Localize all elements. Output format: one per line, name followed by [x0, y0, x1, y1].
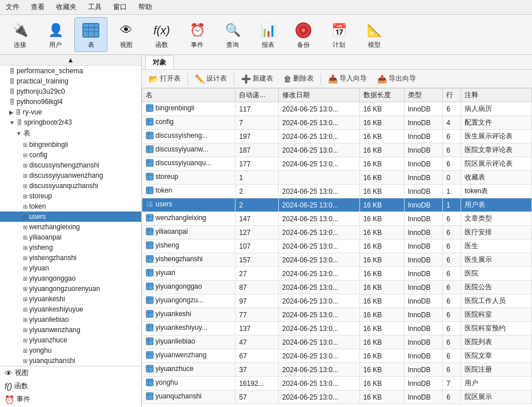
sidebar-item-practical-training[interactable]: 🗄 practical_training — [0, 76, 141, 86]
sidebar-item-config[interactable]: ⊞ config — [0, 150, 141, 160]
open-table-button[interactable]: 📂 打开表 — [144, 71, 185, 86]
table-row[interactable]: bingrenbingli 117 2024-06-25 13:0... 16 … — [142, 102, 532, 116]
table-row[interactable]: discussyiyuanw... 187 2024-06-25 13:0...… — [142, 143, 532, 157]
sidebar-item-pythonju3u29c0[interactable]: 🗄 pythonju3u29c0 — [0, 86, 141, 97]
import-button[interactable]: 📥 导入向导 — [323, 71, 371, 86]
sidebar-item-ry-vue[interactable]: ▶ 🗄 ry-vue — [0, 107, 141, 117]
cell-auto: 117 — [235, 102, 278, 116]
col-name[interactable]: 名 — [142, 89, 235, 102]
sidebar-item-discussyuanquzhanshi[interactable]: ⊞ discussyuanquzhanshi — [0, 181, 141, 191]
col-size[interactable]: 数据长度 — [359, 89, 404, 102]
sidebar-item-bingrenbingli[interactable]: ⊞ bingrenbingli — [0, 139, 141, 150]
table-row[interactable]: yiyuankeshiyuy... 137 2024-06-25 13:0...… — [142, 322, 532, 336]
object-tab[interactable]: 对象 — [145, 55, 174, 69]
table-row[interactable]: users 2 2024-06-25 13:0... 16 KB InnoDB … — [142, 198, 532, 212]
sidebar-item-yiyuankeshi[interactable]: ⊞ yiyuankeshi — [0, 294, 141, 304]
cell-type: InnoDB — [404, 294, 443, 308]
table-row[interactable]: discussyiyuanqu... 177 2024-06-25 13:0..… — [142, 157, 532, 171]
col-rows[interactable]: 行 — [443, 89, 461, 102]
right-panel: 对象 📂 打开表 ✏️ 设计表 ➕ 新建表 🗑 删除表 — [142, 55, 532, 407]
table-row[interactable]: yiliaoanpai 127 2024-06-25 13:0... 16 KB… — [142, 226, 532, 240]
table-small-icon: ⊞ — [23, 327, 27, 333]
cell-name: yiyuan — [142, 267, 235, 281]
view-icon: 👁 — [116, 20, 137, 41]
menu-file[interactable]: 文件 — [3, 1, 22, 13]
col-date[interactable]: 修改日期 — [278, 89, 359, 102]
sidebar-item-yiyuanwenzhang[interactable]: ⊞ yiyuanwenzhang — [0, 325, 141, 335]
table-row[interactable]: yiyuan 27 2024-06-25 13:0... 16 KB InnoD… — [142, 267, 532, 281]
col-auto[interactable]: 自动递... — [235, 89, 278, 102]
table-row[interactable]: token 2 2024-06-25 13:0... 16 KB InnoDB … — [142, 185, 532, 198]
cell-date: 2024-06-25 13:0... — [278, 116, 359, 130]
sidebar-item-performance-schema[interactable]: 🗄 performance_schema — [0, 66, 141, 76]
table-row[interactable]: yiyuanwenzhang 67 2024-06-25 13:0... 16 … — [142, 349, 532, 363]
toolbar-table[interactable]: 表 — [74, 17, 107, 52]
toolbar-model[interactable]: 📐 模型 — [358, 17, 391, 52]
table-row[interactable]: yonghu 16192... 2024-06-25 13:0... 16 KB… — [142, 377, 532, 390]
table-row[interactable]: config 7 2024-06-25 13:0... 16 KB InnoDB… — [142, 116, 532, 130]
toolbar-schedule[interactable]: 📅 计划 — [322, 17, 355, 52]
cell-date: 2024-06-25 13:0... — [278, 240, 359, 253]
sidebar-item-yonghu[interactable]: ⊞ yonghu — [0, 345, 141, 356]
cell-size: 16 KB — [359, 171, 404, 185]
table-row[interactable]: yisheng 107 2024-06-25 13:0... 16 KB Inn… — [142, 240, 532, 253]
bottom-nav-event[interactable]: ⏰ 事件 — [0, 393, 141, 406]
sidebar-item-tables-folder[interactable]: ▼ 表 — [0, 127, 141, 139]
cell-size: 16 KB — [359, 281, 404, 294]
sidebar-item-pythono96lkgl4[interactable]: 🗄 pythono96lkgl4 — [0, 97, 141, 107]
table-row[interactable]: yiyuangonggao 87 2024-06-25 13:0... 16 K… — [142, 281, 532, 294]
table-row[interactable]: discussyisheng... 197 2024-06-25 13:0...… — [142, 130, 532, 143]
export-button[interactable]: 📤 导出向导 — [373, 71, 421, 86]
menu-tools[interactable]: 工具 — [86, 1, 104, 13]
table-row[interactable]: yiyuangongzu... 97 2024-06-25 13:0... 16… — [142, 294, 532, 308]
table-row[interactable]: wenzhangleixing 147 2024-06-25 13:0... 1… — [142, 212, 532, 226]
sidebar-item-yisheng[interactable]: ⊞ yisheng — [0, 242, 141, 253]
table-row[interactable]: yuanquzhanshi 57 2024-06-25 13:0... 16 K… — [142, 390, 532, 404]
sidebar-item-yuanquzhanshi[interactable]: ⊞ yuanquzhanshi — [0, 356, 141, 366]
design-table-button[interactable]: ✏️ 设计表 — [190, 71, 231, 86]
sidebar-item-yiyuangonggao[interactable]: ⊞ yiyuangonggao — [0, 273, 141, 284]
sidebar-item-wenzhangleixing[interactable]: ⊞ wenzhangleixing — [0, 222, 141, 232]
bottom-nav-function[interactable]: f() 函数 — [0, 380, 141, 393]
sidebar-item-discussyishengzhanshi[interactable]: ⊞ discussyishengzhanshi — [0, 160, 141, 170]
toolbar-backup[interactable]: 备份 — [287, 17, 320, 52]
table-row[interactable]: storeup 1 16 KB InnoDB 0 收藏表 — [142, 171, 532, 185]
sidebar-item-yiyuan[interactable]: ⊞ yiyuan — [0, 263, 141, 273]
cell-comment: 医院 — [461, 267, 532, 281]
sidebar-item-yiyuanzhuce[interactable]: ⊞ yiyuanzhuce — [0, 335, 141, 345]
toolbar-report[interactable]: 📊 报表 — [251, 17, 285, 52]
table-row[interactable]: yishengzhanshi 157 2024-06-25 13:0... 16… — [142, 253, 532, 267]
sidebar-item-yiyuankeshiyuyue[interactable]: ⊞ yiyuankeshiyuyue — [0, 304, 141, 314]
sidebar-item-yiyuangongzuorenyuan[interactable]: ⊞ yiyuangongzuorenyuan — [0, 284, 141, 294]
toolbar-view[interactable]: 👁 视图 — [110, 17, 143, 52]
bottom-nav-view[interactable]: 👁 视图 — [0, 366, 141, 380]
toolbar-event[interactable]: ⏰ 事件 — [181, 17, 214, 52]
col-type[interactable]: 类型 — [404, 89, 443, 102]
sidebar-item-yishengzhanshi[interactable]: ⊞ yishengzhanshi — [0, 253, 141, 263]
sidebar-scroll-up[interactable]: ▲ — [0, 55, 141, 66]
sidebar-item-yiyuanliebiao[interactable]: ⊞ yiyuanliebiao — [0, 314, 141, 325]
sidebar-item-discussyiyuanwenzhang[interactable]: ⊞ discussyiyuanwenzhang — [0, 170, 141, 181]
menu-favorites[interactable]: 收藏夹 — [54, 1, 79, 13]
menu-help[interactable]: 帮助 — [136, 1, 154, 13]
toolbar: 🔌 连接 👤 用户 表 👁 视图 f(x) 函数 ⏰ 事件 🔍 查询 — [0, 15, 532, 55]
new-table-button[interactable]: ➕ 新建表 — [237, 71, 278, 86]
sidebar-item-users[interactable]: ⊞ users — [0, 212, 141, 222]
sidebar-item-yiliaoanpai[interactable]: ⊞ yiliaoanpai — [0, 232, 141, 242]
main-layout: ▲ 🗄 performance_schema 🗄 practical_train… — [0, 55, 532, 407]
toolbar-user[interactable]: 👤 用户 — [39, 17, 72, 52]
col-comment[interactable]: 注释 — [461, 89, 532, 102]
toolbar-function[interactable]: f(x) 函数 — [145, 17, 178, 52]
toolbar-connect[interactable]: 🔌 连接 — [3, 17, 37, 52]
delete-table-button[interactable]: 🗑 删除表 — [279, 71, 318, 86]
table-row[interactable]: yiyuanzhuce 37 2024-06-25 13:0... 16 KB … — [142, 363, 532, 377]
sidebar-item-storeup[interactable]: ⊞ storeup — [0, 191, 141, 201]
sidebar-item-token[interactable]: ⊞ token — [0, 201, 141, 212]
toolbar-query[interactable]: 🔍 查询 — [216, 17, 249, 52]
table-row[interactable]: yiyuanliebiao 47 2024-06-25 13:0... 16 K… — [142, 336, 532, 349]
menu-view[interactable]: 查看 — [29, 1, 47, 13]
sidebar-item-springbootr2r43[interactable]: ▼ 🗄 springbootr2r43 — [0, 117, 141, 127]
cell-name: yiyuankeshiyuy... — [142, 322, 235, 336]
table-row[interactable]: yiyuankeshi 77 2024-06-25 13:0... 16 KB … — [142, 308, 532, 322]
menu-window[interactable]: 窗口 — [111, 1, 129, 13]
